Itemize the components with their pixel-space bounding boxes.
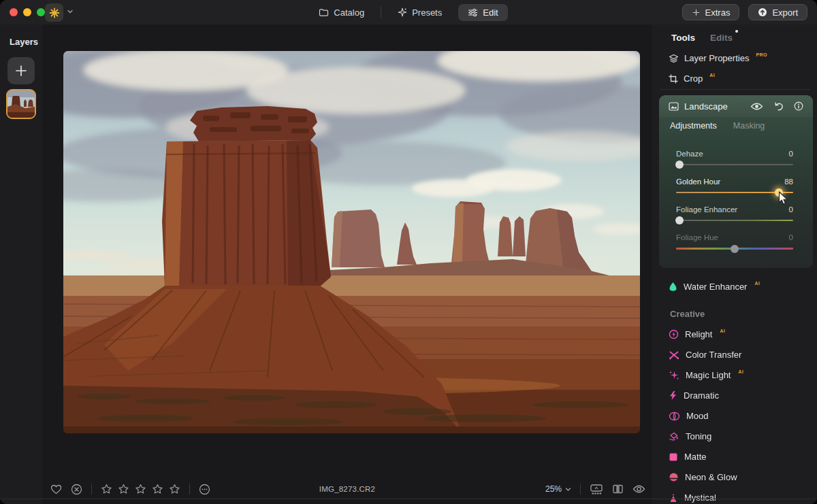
water-enhancer-item[interactable]: Water Enhancer AI	[669, 282, 760, 292]
mouse-cursor	[778, 191, 788, 205]
neon-glow-item[interactable]: Neon & Glow	[669, 472, 745, 482]
landscape-icon	[669, 102, 679, 111]
filmstrip-toggle-button[interactable]	[590, 484, 603, 495]
panel-tabs: Tools Edits	[671, 33, 733, 43]
landscape-title: Landscape	[684, 101, 728, 112]
layer-properties-item[interactable]: Layer Properties PRO	[669, 53, 767, 63]
bottom-toolbar: IMG_8273.CR2 25%	[42, 479, 652, 499]
golden-hour-track[interactable]	[676, 192, 793, 193]
landscape-tool-card: Landscape Adjustments Masking Dehaze 0	[659, 95, 813, 268]
presets-sparkle-icon	[398, 7, 407, 17]
ai-badge: AI	[738, 369, 743, 374]
layers-sidebar: Layers	[0, 24, 42, 504]
crop-item[interactable]: Crop AI	[669, 73, 715, 84]
foliage-enhancer-value: 0	[789, 205, 793, 214]
export-button[interactable]: Export	[748, 4, 807, 20]
mystical-item[interactable]: Mystical	[669, 492, 724, 503]
relight-label: Relight	[685, 329, 712, 339]
zoom-level-dropdown[interactable]: 25%	[545, 484, 571, 494]
toning-item[interactable]: Toning	[669, 431, 719, 441]
landscape-tabs: Adjustments Masking	[670, 121, 765, 131]
foliage-hue-knob	[731, 245, 739, 253]
mystical-icon	[669, 493, 678, 503]
tab-separator	[381, 7, 381, 18]
layer-properties-label: Layer Properties	[684, 53, 749, 63]
dehaze-track[interactable]	[676, 164, 793, 165]
color-transfer-item[interactable]: Color Transfer	[669, 350, 749, 360]
color-transfer-label: Color Transfer	[686, 350, 741, 360]
mystical-label: Mystical	[684, 492, 716, 503]
ai-badge: AI	[754, 281, 760, 286]
window-bottom-edge	[0, 499, 817, 499]
photo-canvas[interactable]	[63, 51, 640, 433]
zoom-level-value: 25%	[545, 484, 562, 494]
panel-divider	[659, 89, 810, 90]
magic-light-item[interactable]: Magic Light AI	[669, 370, 743, 380]
info-icon[interactable]	[794, 101, 803, 111]
neon-glow-label: Neon & Glow	[685, 472, 737, 482]
edits-notification-dot	[735, 30, 738, 33]
foliage-enhancer-track[interactable]	[676, 220, 793, 221]
titlebar: Catalog Presets Edit	[0, 0, 817, 24]
neon-glow-icon	[669, 472, 679, 482]
golden-hour-value: 88	[784, 178, 793, 186]
relight-item[interactable]: Relight AI	[669, 329, 725, 339]
magic-light-label: Magic Light	[686, 370, 731, 380]
tab-masking[interactable]: Masking	[733, 121, 765, 131]
paint-bucket-icon	[669, 432, 679, 441]
monument-valley-photo	[63, 51, 640, 433]
dehaze-slider[interactable]: Dehaze 0	[676, 144, 793, 172]
extras-button-label: Extras	[705, 7, 731, 18]
mood-item[interactable]: Mood	[669, 411, 716, 421]
foliage-hue-label: Foliage Hue	[676, 233, 718, 241]
magic-light-icon	[669, 370, 679, 380]
pro-badge: PRO	[756, 52, 767, 57]
tab-catalog[interactable]: Catalog	[309, 4, 374, 21]
layer-thumbnail[interactable]	[6, 89, 36, 119]
dramatic-label: Dramatic	[684, 390, 719, 401]
foliage-enhancer-slider[interactable]: Foliage Enhancer 0	[676, 200, 793, 228]
mood-lotus-icon	[669, 411, 680, 421]
foliage-enhancer-label: Foliage Enhancer	[676, 205, 737, 214]
canvas-area: IMG_8273.CR2 25%	[42, 24, 652, 504]
chevron-down-icon	[565, 487, 571, 492]
tab-adjustments[interactable]: Adjustments	[670, 121, 717, 131]
preview-eye-button[interactable]	[632, 484, 645, 494]
extras-button[interactable]: Extras	[682, 4, 740, 20]
tab-edits[interactable]: Edits	[710, 33, 733, 43]
export-icon	[758, 7, 767, 17]
sliders-icon	[468, 8, 478, 17]
color-transfer-icon	[669, 350, 679, 360]
crop-icon	[669, 74, 678, 84]
layer-thumbnail-image	[7, 90, 35, 118]
dramatic-item[interactable]: Dramatic	[669, 390, 726, 401]
dehaze-knob[interactable]	[675, 161, 684, 169]
compare-split-button[interactable]	[612, 484, 624, 494]
dehaze-value: 0	[789, 150, 793, 158]
extras-star-icon	[692, 8, 701, 17]
export-button-label: Export	[772, 7, 798, 18]
add-layer-button[interactable]	[7, 57, 35, 84]
foliage-hue-track	[676, 248, 793, 250]
folder-icon	[319, 8, 329, 17]
view-controls: 25%	[545, 479, 645, 499]
golden-hour-label: Golden Hour	[676, 178, 720, 186]
tab-presets[interactable]: Presets	[388, 4, 451, 21]
plus-icon	[15, 65, 27, 77]
landscape-header[interactable]: Landscape	[659, 95, 813, 117]
layers-stack-icon	[669, 54, 679, 63]
matte-item[interactable]: Matte	[669, 452, 714, 462]
titlebar-actions: Extras Export	[682, 4, 807, 20]
reset-undo-icon[interactable]	[773, 102, 784, 111]
golden-hour-slider[interactable]: Golden Hour 88	[676, 172, 793, 200]
visibility-eye-icon[interactable]	[750, 102, 763, 111]
edit-panel: Tools Edits Layer Properties PRO Crop AI	[652, 24, 817, 504]
tab-catalog-label: Catalog	[334, 7, 364, 18]
tab-edits-label: Edits	[710, 33, 733, 43]
tab-presets-label: Presets	[412, 7, 442, 18]
layers-title: Layers	[10, 37, 38, 47]
tab-tools[interactable]: Tools	[671, 33, 695, 43]
app-window: Catalog Presets Edit	[0, 0, 817, 504]
tab-edit[interactable]: Edit	[458, 4, 507, 21]
foliage-enhancer-knob[interactable]	[675, 216, 684, 224]
